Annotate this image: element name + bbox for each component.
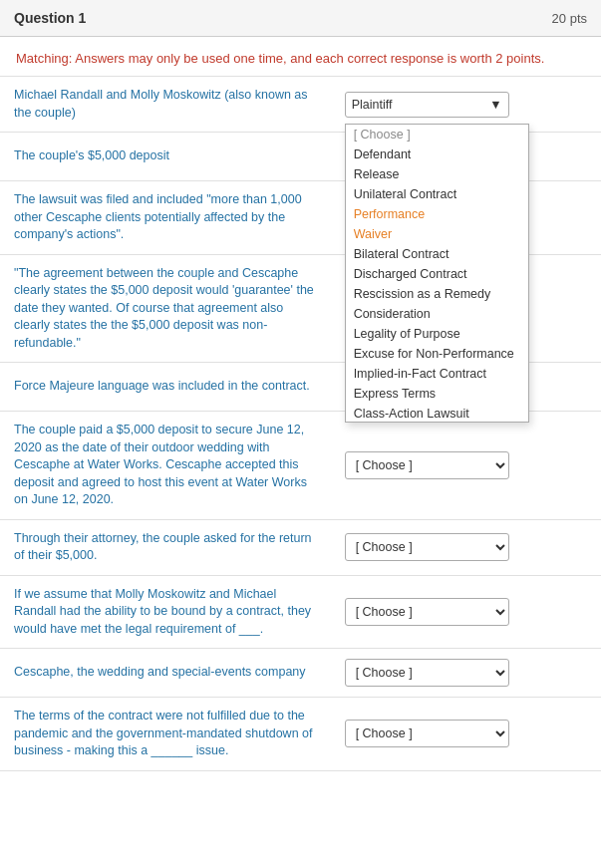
answer-select[interactable]: [ Choose ]DefendantReleaseUnilateral Con… — [345, 598, 509, 626]
prompt-cell: If we assume that Molly Moskowitz and Mi… — [0, 575, 331, 649]
prompt-cell: Michael Randall and Molly Moskowitz (als… — [0, 77, 331, 133]
prompt-cell: The couple's $5,000 deposit — [0, 133, 331, 181]
matching-row: Michael Randall and Molly Moskowitz (als… — [0, 77, 601, 133]
answer-select[interactable]: [ Choose ]DefendantReleaseUnilateral Con… — [345, 533, 509, 561]
dropdown-option[interactable]: Class-Action Lawsuit — [346, 404, 528, 423]
dropdown-option[interactable]: Bilateral Contract — [346, 244, 528, 264]
dropdown-option[interactable]: Express Terms — [346, 384, 528, 404]
answer-select[interactable]: [ Choose ]DefendantReleaseUnilateral Con… — [345, 451, 509, 479]
dropdown-option[interactable]: Release — [346, 164, 528, 184]
prompt-cell: The lawsuit was filed and included "more… — [0, 181, 331, 255]
instruction-text: Matching: Answers may only be used one t… — [0, 37, 601, 77]
select-value: Plaintiff — [352, 98, 393, 112]
dropdown-option[interactable]: Discharged Contract — [346, 264, 528, 284]
prompt-cell: Cescaphe, the wedding and special-events… — [0, 649, 331, 698]
select-cell[interactable]: [ Choose ]DefendantReleaseUnilateral Con… — [331, 412, 601, 520]
dropdown-option[interactable]: Excuse for Non-Performance — [346, 344, 528, 364]
prompt-cell: Through their attorney, the couple asked… — [0, 519, 331, 575]
matching-row: The terms of the contract were not fulfi… — [0, 698, 601, 771]
dropdown-option[interactable]: Implied-in-Fact Contract — [346, 364, 528, 384]
select-cell[interactable]: [ Choose ]DefendantReleaseUnilateral Con… — [331, 649, 601, 698]
select-cell[interactable]: [ Choose ]DefendantReleaseUnilateral Con… — [331, 519, 601, 575]
prompt-cell: The couple paid a $5,000 deposit to secu… — [0, 412, 331, 520]
dropdown-list[interactable]: [ Choose ]DefendantReleaseUnilateral Con… — [345, 124, 529, 423]
dropdown-option[interactable]: Defendant — [346, 145, 528, 164]
matching-row: Through their attorney, the couple asked… — [0, 519, 601, 575]
answer-select[interactable]: Plaintiff ▼ — [345, 92, 509, 118]
dropdown-wrapper[interactable]: Plaintiff ▼ [ Choose ]DefendantReleaseUn… — [345, 92, 587, 118]
dropdown-option[interactable]: Performance — [346, 204, 528, 224]
dropdown-option[interactable]: Consideration — [346, 304, 528, 324]
prompt-cell: The terms of the contract were not fulfi… — [0, 698, 331, 771]
matching-row: If we assume that Molly Moskowitz and Mi… — [0, 575, 601, 649]
matching-row: The couple paid a $5,000 deposit to secu… — [0, 412, 601, 520]
question-title: Question 1 — [14, 10, 86, 26]
select-cell[interactable]: Plaintiff ▼ [ Choose ]DefendantReleaseUn… — [331, 77, 601, 133]
select-cell[interactable]: [ Choose ]DefendantReleaseUnilateral Con… — [331, 575, 601, 649]
dropdown-option[interactable]: Unilateral Contract — [346, 184, 528, 204]
dropdown-option[interactable]: Rescission as a Remedy — [346, 284, 528, 304]
dropdown-option[interactable]: Waiver — [346, 224, 528, 244]
dropdown-option[interactable]: Legality of Purpose — [346, 324, 528, 344]
matching-row: Cescaphe, the wedding and special-events… — [0, 649, 601, 698]
select-cell[interactable]: [ Choose ]DefendantReleaseUnilateral Con… — [331, 698, 601, 771]
question-points: 20 pts — [552, 11, 587, 26]
answer-select[interactable]: [ Choose ]DefendantReleaseUnilateral Con… — [345, 720, 509, 747]
dropdown-option[interactable]: [ Choose ] — [346, 125, 528, 145]
answer-select[interactable]: [ Choose ]DefendantReleaseUnilateral Con… — [345, 659, 509, 687]
matching-table: Michael Randall and Molly Moskowitz (als… — [0, 77, 601, 771]
chevron-down-icon: ▼ — [489, 98, 501, 112]
prompt-cell: "The agreement between the couple and Ce… — [0, 254, 331, 363]
prompt-cell: Force Majeure language was included in t… — [0, 363, 331, 412]
